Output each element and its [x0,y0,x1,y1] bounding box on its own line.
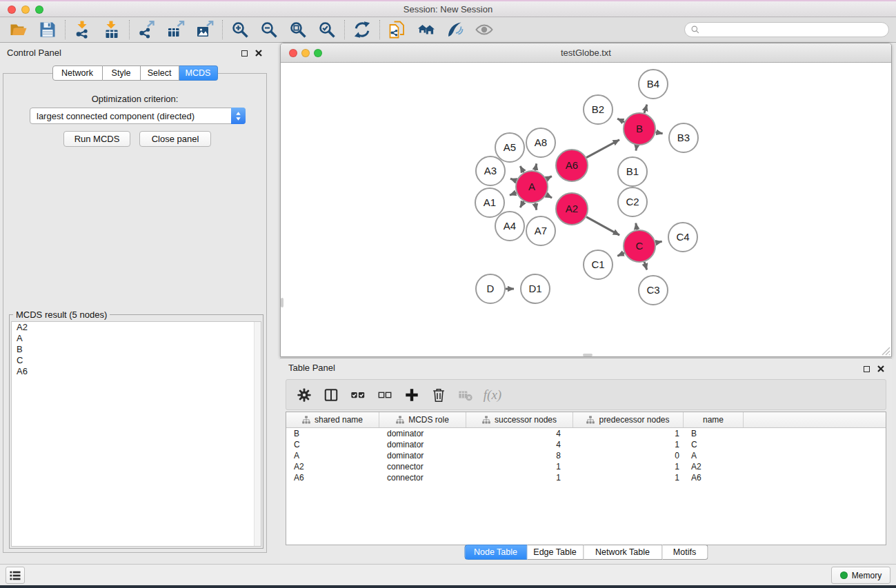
column-header-predecessor-nodes[interactable]: predecessor nodes [573,412,684,427]
graph-edge-A-A3[interactable] [510,179,517,181]
mcds-result-item[interactable]: B [12,344,261,355]
horizontal-scrollbar[interactable] [583,354,593,356]
scrollbar[interactable] [254,322,261,546]
control-panel-title: Control Panel [0,43,270,63]
table-export-icon[interactable] [161,19,190,40]
task-history-button[interactable] [6,567,25,584]
column-header-name[interactable]: name [684,412,744,427]
vertical-scrollbar[interactable] [281,298,283,307]
zoom-window-button[interactable] [35,6,43,14]
resize-grip-icon[interactable] [879,345,890,356]
table-row[interactable]: Cdominator41C [286,439,886,450]
table-tab-node-table[interactable]: Node Table [464,545,527,560]
table-tab-network-table[interactable]: Network Table [584,545,662,560]
graph-edge-B-B1[interactable] [636,145,637,151]
mcds-result-item[interactable]: C [12,355,261,366]
close-network-button[interactable] [289,49,297,57]
tab-select[interactable]: Select [141,65,179,81]
document-network-icon[interactable] [383,19,412,40]
graph-edge-A-A8[interactable] [535,163,537,170]
float-table-panel-icon[interactable] [861,363,872,374]
zoom-network-button[interactable] [314,49,322,57]
split-column-icon[interactable] [323,387,339,403]
mcds-result-item[interactable]: A6 [12,366,261,377]
memory-button[interactable]: Memory [831,567,890,584]
graph-edge-B-B4[interactable] [644,105,647,113]
close-table-panel-icon[interactable] [875,363,886,374]
table-row[interactable]: Bdominator41B [286,428,886,439]
close-panel-button[interactable]: Close panel [139,131,211,147]
run-mcds-button[interactable]: Run MCDS [63,131,130,147]
graph-edge-A-A7[interactable] [535,203,537,210]
table-cell: A6 [286,472,379,483]
table-row[interactable]: Adominator80A [286,450,886,461]
column-header-shared-name[interactable]: shared name [286,412,379,427]
graph-edge-A-A2[interactable] [546,195,552,198]
graph-edge-C-C3[interactable] [644,262,647,270]
table-row[interactable]: A2connector11A2 [286,461,886,472]
minimize-network-button[interactable] [301,49,310,57]
graph-edge-A2-C[interactable] [586,217,619,235]
graph-edge-A-A5[interactable] [520,166,524,172]
graph-edge-A-A4[interactable] [520,201,524,207]
table-cell: 0 [573,450,684,461]
network-canvas[interactable]: B4B2BB3A8A5A6A3B1AC2A1A2A4A7C4CC1DD1C3 [281,63,891,356]
image-export-icon[interactable] [190,19,219,40]
zoom-out-icon[interactable] [255,19,283,40]
refresh-icon[interactable] [348,19,377,40]
trash-icon[interactable] [430,387,447,403]
mcds-result-item[interactable]: A [12,333,261,344]
network-window-titlebar[interactable]: testGlobe.txt [281,43,891,63]
mcds-result-item[interactable]: A2 [12,322,261,333]
zoom-selected-icon[interactable] [312,19,341,40]
column-header-successor-nodes[interactable]: successor nodes [466,412,573,427]
minimize-window-button[interactable] [21,6,30,14]
tab-mcds[interactable]: MCDS [179,65,218,81]
column-header-MCDS-role[interactable]: MCDS role [379,412,466,427]
graph-edge-A6-B[interactable] [586,140,619,158]
eye-pen-icon[interactable] [441,19,470,40]
optimization-dropdown[interactable]: largest connected component (directed) [30,108,246,124]
search-box[interactable] [684,22,889,37]
network-export-icon[interactable] [132,19,161,40]
table-cell: 1 [573,472,684,483]
mcds-result-title: MCDS result (5 nodes) [13,310,110,320]
tab-network[interactable]: Network [52,65,103,81]
column-label: MCDS role [408,415,449,425]
float-panel-icon[interactable] [239,48,250,59]
zoom-fit-icon[interactable] [283,19,312,40]
search-input[interactable] [704,25,883,35]
network-view-window: testGlobe.txt B4B2BB3A8A5A6A3B1AC2A1A2A4… [280,43,892,357]
table-import-icon[interactable] [97,19,126,40]
table-cell: B [286,428,379,439]
graph-edge-C-C2[interactable] [636,223,637,230]
graph-edge-B-B3[interactable] [656,132,663,134]
mcds-result-list[interactable]: A2ABCA6 [11,321,261,547]
network-import-icon[interactable] [68,19,97,40]
unchecked-pair-icon[interactable] [377,387,393,403]
graph-node-label: A5 [504,141,516,153]
floppy-save-icon[interactable] [33,19,62,40]
graph-node-label: B4 [647,78,659,90]
column-header-filler [744,412,886,427]
tab-style[interactable]: Style [103,65,141,81]
graph-edge-C-C1[interactable] [617,253,624,256]
gear-icon[interactable] [296,387,312,403]
graph-edge-B-B2[interactable] [617,119,624,122]
table-tab-edge-table[interactable]: Edge Table [527,545,584,560]
table-tab-motifs[interactable]: Motifs [662,545,708,560]
plus-icon[interactable] [404,387,420,403]
folder-open-icon[interactable] [4,19,33,40]
zoom-in-icon[interactable] [226,19,255,40]
graph-edge-A-A6[interactable] [546,176,552,179]
table-row[interactable]: A6connector11A6 [286,472,886,483]
graph-edge-C-C4[interactable] [656,241,662,243]
close-panel-icon[interactable] [253,48,264,59]
checked-pair-icon[interactable] [350,387,366,403]
double-house-icon[interactable] [412,19,441,40]
table-cell: dominator [379,428,466,439]
status-bar: Memory [0,564,896,585]
graph-edge-A-A1[interactable] [510,192,517,195]
table-cell: connector [379,472,466,483]
close-window-button[interactable] [8,6,16,14]
